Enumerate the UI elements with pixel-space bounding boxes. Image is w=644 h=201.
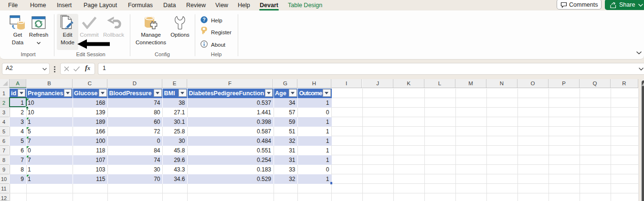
svg-text:?: ? [202,17,205,22]
